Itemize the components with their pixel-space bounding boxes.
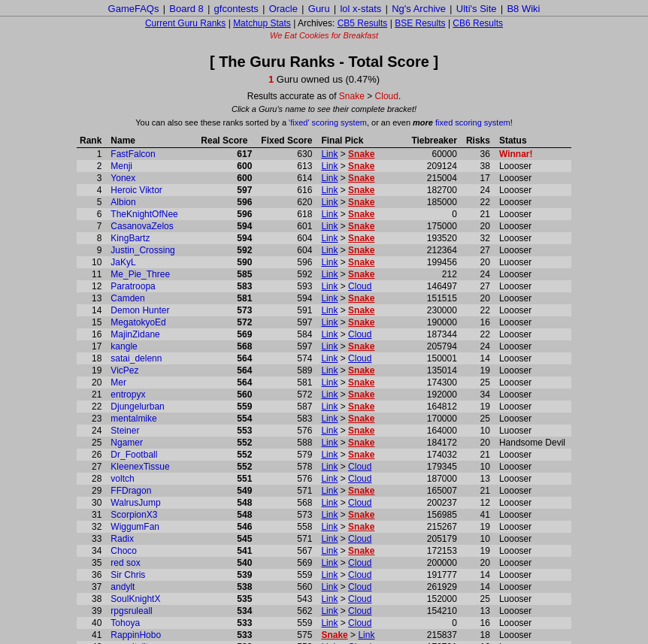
pick-left-link[interactable]: Link: [321, 209, 338, 219]
pick-left-link[interactable]: Link: [321, 437, 338, 448]
guru-name-link[interactable]: Tohoya: [111, 618, 140, 628]
guru-name-link[interactable]: KingBartz: [111, 233, 150, 243]
pick-left-link[interactable]: Link: [321, 497, 338, 508]
pick-left-link[interactable]: Link: [321, 269, 338, 280]
pick-right-link[interactable]: Snake: [348, 305, 374, 316]
nav-b8wiki[interactable]: B8 Wiki: [507, 4, 540, 14]
pick-right-link[interactable]: Cloud: [348, 353, 371, 364]
pick-right-link[interactable]: Snake: [348, 209, 374, 219]
pick-right-link[interactable]: Snake: [348, 425, 374, 436]
pick-right-link[interactable]: Cloud: [348, 618, 371, 628]
guru-name-link[interactable]: kangle: [111, 341, 137, 352]
pick-left-link[interactable]: Link: [321, 582, 338, 592]
pick-left-link[interactable]: Link: [321, 329, 338, 340]
pick-left-link[interactable]: Link: [321, 245, 338, 255]
pick-left-link[interactable]: Link: [321, 401, 338, 412]
pick-right-link[interactable]: Snake: [348, 245, 374, 255]
guru-name-link[interactable]: andylt: [111, 582, 135, 592]
subnav-bse-results[interactable]: BSE Results: [395, 18, 445, 29]
pick-right-link[interactable]: Cloud: [348, 594, 371, 604]
guru-name-link[interactable]: MegatokyoEd: [111, 317, 165, 328]
guru-name-link[interactable]: mentalmike: [111, 413, 156, 424]
pick-right-link[interactable]: Link: [358, 630, 374, 640]
nav-oracle[interactable]: Oracle: [269, 4, 298, 14]
pick-left-link[interactable]: Link: [321, 570, 338, 580]
pick-right-link[interactable]: Cloud: [348, 606, 371, 616]
pick-right-link[interactable]: Cloud: [348, 473, 371, 484]
nav-ngsarchive[interactable]: Ng's Archive: [392, 4, 446, 14]
pick-left-link[interactable]: Link: [321, 293, 338, 304]
pick-right-link[interactable]: Cloud: [348, 558, 371, 568]
guru-name-link[interactable]: Ngamer: [111, 437, 143, 448]
guru-name-link[interactable]: Sir Chris: [111, 570, 145, 580]
guru-name-link[interactable]: voltch: [111, 473, 134, 484]
pick-right-link[interactable]: Snake: [348, 233, 374, 243]
guru-name-link[interactable]: Me_Pie_Three: [111, 269, 170, 280]
guru-name-link[interactable]: Steiner: [111, 425, 139, 436]
guru-name-link[interactable]: FFDragon: [111, 485, 151, 496]
pick-left-link[interactable]: Link: [321, 161, 338, 171]
pick-right-link[interactable]: Snake: [348, 509, 374, 520]
guru-name-link[interactable]: Djungelurban: [111, 401, 164, 412]
pick-left-link[interactable]: Link: [321, 221, 338, 231]
guru-name-link[interactable]: Dr_Football: [111, 449, 157, 460]
pick-right-link[interactable]: Cloud: [348, 534, 371, 544]
pick-left-link[interactable]: Link: [321, 449, 338, 460]
pick-right-link[interactable]: Cloud: [348, 570, 371, 580]
guru-name-link[interactable]: Menji: [111, 161, 132, 171]
pick-right-link[interactable]: Snake: [348, 401, 374, 412]
pick-right-link[interactable]: Snake: [348, 365, 374, 376]
pick-right-link[interactable]: Snake: [348, 413, 374, 424]
pick-right-link[interactable]: Cloud: [348, 497, 371, 508]
guru-name-link[interactable]: SoulKnightX: [111, 594, 160, 604]
pick-left-link[interactable]: Link: [321, 606, 338, 616]
pick-right-link[interactable]: Snake: [348, 317, 374, 328]
guru-name-link[interactable]: KleenexTissue: [111, 461, 169, 472]
nav-lolxstats[interactable]: lol x-stats: [340, 4, 381, 14]
fixed-scoring-link2[interactable]: fixed scoring system: [435, 118, 510, 127]
pick-left-link[interactable]: Link: [321, 473, 338, 484]
guru-name-link[interactable]: Mer: [111, 377, 126, 388]
guru-name-link[interactable]: MajinZidane: [111, 329, 159, 340]
pick-right-link[interactable]: Snake: [348, 546, 374, 556]
guru-name-link[interactable]: RappinHobo: [111, 630, 161, 640]
guru-name-link[interactable]: Yonex: [111, 173, 135, 183]
pick-right-link[interactable]: Snake: [348, 197, 374, 207]
guru-name-link[interactable]: CasanovaZelos: [111, 221, 173, 231]
pick-left-link[interactable]: Link: [321, 461, 338, 472]
guru-name-link[interactable]: entropyx: [111, 389, 145, 400]
pick-right-link[interactable]: Snake: [348, 522, 374, 532]
guru-name-link[interactable]: satai_delenn: [111, 353, 162, 364]
pick-left-link[interactable]: Link: [321, 317, 338, 328]
pick-left-link[interactable]: Link: [321, 377, 338, 388]
guru-name-link[interactable]: WalrusJump: [111, 497, 160, 508]
pick-left-link[interactable]: Link: [321, 425, 338, 436]
guru-name-link[interactable]: Camden: [111, 293, 144, 304]
pick-left-link[interactable]: Link: [321, 185, 338, 195]
pick-left-link[interactable]: Link: [321, 281, 338, 292]
nav-board8[interactable]: Board 8: [169, 4, 204, 14]
pick-left-link[interactable]: Link: [321, 413, 338, 424]
subnav-current-guru-ranks[interactable]: Current Guru Ranks: [145, 18, 226, 29]
nav-guru[interactable]: Guru: [308, 4, 330, 14]
guru-name-link[interactable]: WiggumFan: [111, 522, 159, 532]
pick-left-link[interactable]: Link: [321, 233, 338, 243]
pick-right-link[interactable]: Snake: [348, 449, 374, 460]
guru-name-link[interactable]: Albion: [111, 197, 135, 207]
guru-name-link[interactable]: Heroic Viktor: [111, 185, 162, 195]
guru-name-link[interactable]: Radix: [111, 534, 134, 544]
pick-right-link[interactable]: Cloud: [348, 281, 371, 292]
pick-left-link[interactable]: Link: [321, 546, 338, 556]
pick-right-link[interactable]: Snake: [348, 389, 374, 400]
subnav-matchup-stats[interactable]: Matchup Stats: [233, 18, 291, 29]
pick-right-link[interactable]: Snake: [348, 485, 374, 496]
pick-left-link[interactable]: Link: [321, 149, 338, 159]
pick-right-link[interactable]: Cloud: [348, 461, 371, 472]
pick-right-link[interactable]: Snake: [348, 293, 374, 304]
pick-left-link[interactable]: Link: [321, 534, 338, 544]
pick-right-link[interactable]: Snake: [348, 377, 374, 388]
pick-right-link[interactable]: Snake: [348, 269, 374, 280]
guru-name-link[interactable]: VicPez: [111, 365, 138, 376]
guru-name-link[interactable]: FastFalcon: [111, 149, 155, 159]
guru-name-link[interactable]: red sox: [111, 558, 140, 568]
